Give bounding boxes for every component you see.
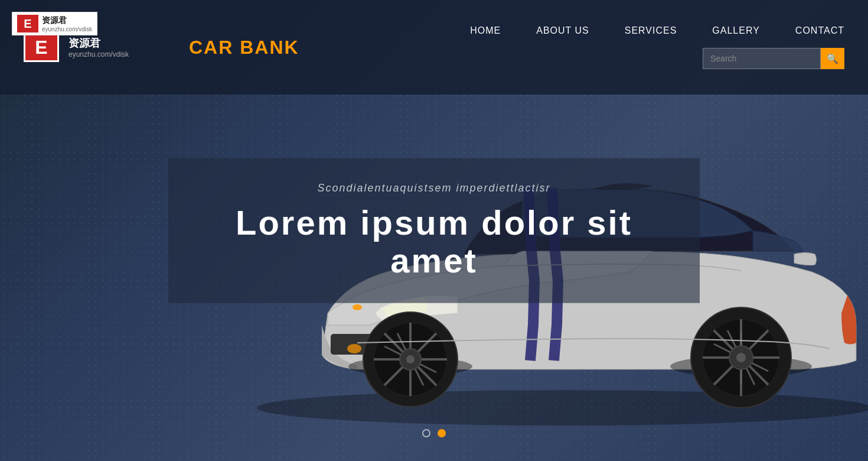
hero-subtitle: Scondialentuaquistsem imperdiettlactisr — [204, 182, 664, 194]
logo-area: E 资源君 eyunzhu.com/vdisk — [24, 33, 177, 62]
logo-url: eyunzhu.com/vdisk — [68, 50, 129, 59]
svg-point-17 — [736, 353, 746, 362]
logo-letter: E — [35, 37, 47, 59]
site-title: CAR BANK — [189, 37, 307, 59]
svg-point-0 — [257, 390, 868, 426]
svg-point-5 — [347, 344, 361, 353]
svg-point-29 — [353, 304, 362, 310]
nav-item-services[interactable]: SERVICES — [625, 25, 677, 36]
main-nav: HOME ABOUT US SERVICES GALLERY CONTACT — [470, 25, 844, 36]
watermark-url: eyunzhu.com/vdisk — [42, 26, 92, 33]
logo-chinese: 资源君 — [68, 36, 129, 50]
search-icon: 🔍 — [827, 53, 838, 64]
hero-title: Lorem ipsum dolor sit amet — [204, 204, 664, 280]
watermark-chinese: 资源君 — [42, 15, 92, 26]
nav-item-about[interactable]: ABOUT US — [536, 25, 589, 36]
watermark-logo: E 资源君 eyunzhu.com/vdisk — [12, 12, 97, 35]
search-button[interactable]: 🔍 — [821, 48, 844, 69]
slider-dot-1[interactable] — [422, 429, 430, 437]
watermark-text: 资源君 eyunzhu.com/vdisk — [42, 15, 92, 33]
slider-dots — [422, 429, 446, 437]
logo-text-area: 资源君 eyunzhu.com/vdisk — [68, 36, 129, 59]
search-area: 🔍 — [703, 48, 844, 69]
hero-text-box: Scondialentuaquistsem imperdiettlactisr … — [168, 158, 700, 303]
nav-item-home[interactable]: HOME — [470, 25, 501, 36]
nav-item-gallery[interactable]: GALLERY — [712, 25, 760, 36]
logo-box: E — [24, 33, 59, 62]
header: E 资源君 eyunzhu.com/vdisk CAR BANK HOME AB… — [0, 0, 868, 95]
svg-point-28 — [406, 355, 415, 363]
search-input[interactable] — [703, 48, 821, 69]
nav-item-contact[interactable]: CONTACT — [795, 25, 844, 36]
watermark-e-letter: E — [17, 15, 38, 33]
header-right: HOME ABOUT US SERVICES GALLERY CONTACT 🔍 — [307, 25, 844, 69]
slider-dot-2[interactable] — [438, 429, 446, 437]
